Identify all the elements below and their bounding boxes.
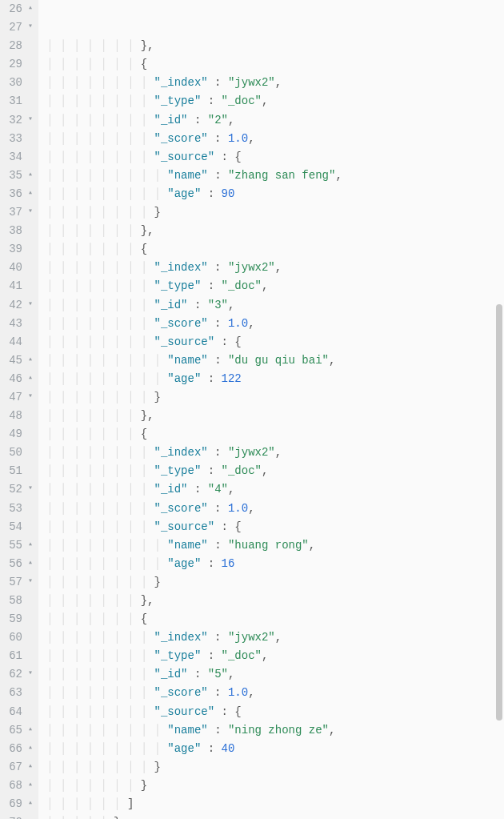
- fold-open-icon[interactable]: ▾: [25, 390, 33, 403]
- token-p: ,: [329, 724, 335, 737]
- code-line: │ │ │ │ │ │ │ │ "_source" : {: [46, 148, 504, 167]
- token-p: :: [201, 187, 221, 200]
- code-area[interactable]: │ │ │ │ │ │ │ },│ │ │ │ │ │ │ {│ │ │ │ │…: [38, 0, 504, 819]
- code-line: │ │ │ │ │ │ │ │ │ "age" : 40: [46, 740, 504, 758]
- code-line: │ │ │ │ │ │ │ │ "_source" : {: [46, 703, 504, 721]
- token-p: {: [141, 58, 147, 70]
- line-number: 33: [0, 130, 34, 148]
- line-number: 35▴: [0, 167, 34, 185]
- token-p: ,: [262, 464, 268, 477]
- fold-close-icon[interactable]: ▴: [25, 741, 33, 755]
- token-p: : {: [214, 151, 242, 163]
- token-p: },: [141, 409, 154, 422]
- token-p: ,: [275, 261, 282, 274]
- code-line: │ │ │ │ │ │ │ │ "_id" : "5",: [46, 665, 504, 684]
- code-line: │ │ │ │ │ │ │ │ "_score" : 1.0,: [46, 684, 504, 702]
- code-line: │ │ │ │ │ │ │ │ "_source" : {: [46, 518, 504, 536]
- fold-close-icon[interactable]: ▴: [25, 187, 33, 200]
- fold-open-icon[interactable]: ▾: [25, 205, 33, 219]
- token-p: ,: [248, 686, 254, 699]
- line-number: 60: [0, 628, 34, 647]
- token-n: 40: [222, 742, 235, 755]
- line-number: 51: [0, 462, 34, 480]
- token-p: }: [154, 206, 161, 219]
- line-number: 63: [0, 684, 34, 702]
- token-k: "_id": [154, 483, 188, 496]
- fold-close-icon[interactable]: ▴: [25, 723, 33, 737]
- code-line: │ │ │ │ │ │ │ },: [46, 407, 504, 425]
- line-number: 39: [0, 240, 34, 259]
- token-p: ,: [248, 132, 254, 145]
- line-number: 59: [0, 610, 34, 628]
- token-p: ,: [309, 539, 315, 552]
- line-number: 69▴: [0, 795, 34, 813]
- code-line: │ │ │ │ │ │ │ │ }: [46, 388, 504, 407]
- token-s: "_doc": [222, 649, 262, 662]
- token-n: 16: [222, 557, 235, 570]
- token-n: 1.0: [228, 686, 248, 699]
- fold-open-icon[interactable]: ▾: [25, 575, 33, 588]
- token-k: "age": [167, 187, 201, 200]
- line-number: 30: [0, 74, 34, 92]
- fold-close-icon[interactable]: ▴: [25, 797, 33, 810]
- token-p: },: [141, 594, 154, 607]
- code-line: │ │ │ │ │ │ │ │ }: [46, 203, 504, 222]
- fold-open-icon[interactable]: ▾: [25, 20, 33, 34]
- fold-close-icon[interactable]: ▴: [25, 760, 33, 773]
- token-p: : {: [214, 705, 242, 718]
- token-p: ,: [228, 114, 234, 126]
- token-k: "name": [167, 169, 207, 182]
- line-number: 31: [0, 92, 34, 110]
- token-k: "_id": [154, 299, 188, 311]
- code-line: │ │ │ │ │ │ │ │ │ "age" : 122: [46, 370, 504, 388]
- code-line: │ │ │ │ │ │ │ │ │ "name" : "ning zhong z…: [46, 721, 504, 740]
- token-k: "_source": [154, 151, 215, 163]
- code-line: │ │ │ │ │ │ │ {: [46, 425, 504, 444]
- token-p: ,: [248, 502, 254, 515]
- token-p: :: [208, 317, 228, 330]
- token-p: ,: [262, 279, 268, 292]
- line-number: 65▴: [0, 721, 34, 740]
- code-line: │ │ │ │ │ │ │ │ "_id" : "3",: [46, 296, 504, 315]
- token-p: ]: [127, 797, 134, 810]
- token-k: "_type": [154, 279, 202, 292]
- token-n: 90: [222, 187, 235, 200]
- token-k: "age": [167, 557, 201, 570]
- line-number: 53: [0, 500, 34, 518]
- token-p: ,: [275, 446, 282, 459]
- token-p: :: [201, 279, 221, 292]
- fold-close-icon[interactable]: ▴: [25, 538, 33, 552]
- token-p: :: [208, 686, 228, 699]
- token-p: :: [208, 724, 228, 737]
- token-s: "ning zhong ze": [228, 724, 329, 737]
- code-line: │ │ │ │ │ │ │ │ │ "name" : "huang rong",: [46, 536, 504, 555]
- fold-close-icon[interactable]: ▴: [25, 2, 33, 15]
- fold-close-icon[interactable]: ▴: [25, 556, 33, 570]
- fold-close-icon[interactable]: ▴: [25, 353, 33, 367]
- token-p: :: [201, 94, 221, 107]
- code-line: │ │ │ │ │ │ │ │ "_type" : "_doc",: [46, 92, 504, 110]
- fold-open-icon[interactable]: ▾: [25, 667, 33, 680]
- code-line: │ │ │ │ │ │ │ │ "_index" : "jywx2",: [46, 259, 504, 277]
- fold-open-icon[interactable]: ▾: [25, 482, 33, 496]
- code-line: │ │ │ │ │ │ │ │ "_type" : "_doc",: [46, 462, 504, 480]
- code-line: │ │ │ │ │ │ │ │ "_index" : "jywx2",: [46, 444, 504, 462]
- token-p: ,: [329, 354, 335, 367]
- code-line: │ │ │ │ │ │ │ │ "_type" : "_doc",: [46, 647, 504, 665]
- fold-close-icon[interactable]: ▴: [25, 371, 33, 385]
- line-number: 57▾: [0, 573, 34, 592]
- token-p: :: [201, 557, 221, 570]
- fold-open-icon[interactable]: ▾: [25, 113, 33, 126]
- token-p: :: [188, 668, 208, 680]
- line-number: 56▴: [0, 555, 34, 573]
- fold-close-icon[interactable]: ▴: [25, 778, 33, 792]
- token-p: :: [188, 299, 208, 311]
- token-p: :: [208, 539, 228, 552]
- token-p: :: [208, 502, 228, 515]
- scrollbar-thumb[interactable]: [496, 304, 502, 721]
- fold-close-icon[interactable]: ▴: [25, 168, 33, 182]
- fold-open-icon[interactable]: ▾: [25, 298, 33, 311]
- token-p: }: [154, 391, 161, 403]
- code-line: │ │ │ │ │ │ │ {: [46, 610, 504, 628]
- line-number: 34: [0, 148, 34, 167]
